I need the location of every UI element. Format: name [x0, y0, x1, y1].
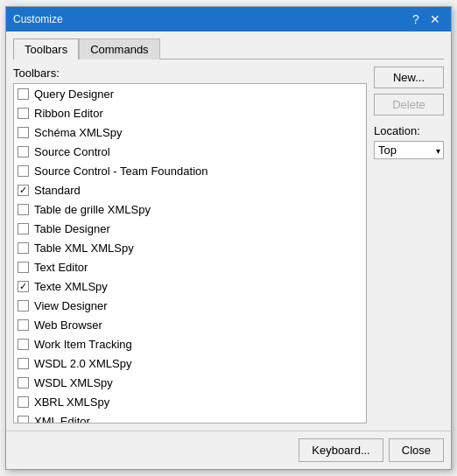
toolbar-item-label: Work Item Tracking: [34, 338, 132, 351]
list-item[interactable]: Table de grille XMLSpy: [14, 200, 366, 219]
toolbar-checkbox[interactable]: [18, 262, 29, 273]
location-select[interactable]: TopBottomLeftRightFloating: [374, 141, 444, 159]
title-bar-controls: ? ✕: [407, 10, 444, 28]
toolbar-item-label: Source Control: [34, 145, 110, 158]
toolbar-checkbox[interactable]: [18, 108, 29, 119]
toolbar-item-label: WSDL XMLSpy: [34, 376, 113, 389]
toolbar-checkbox[interactable]: [18, 377, 29, 388]
list-item[interactable]: Source Control - Team Foundation: [14, 161, 366, 180]
title-bar: Customize ? ✕: [6, 7, 451, 32]
toolbar-item-label: XML Editor: [34, 415, 90, 424]
list-item[interactable]: Web Browser: [14, 315, 366, 334]
toolbar-checkbox[interactable]: [18, 358, 29, 369]
list-item[interactable]: Table Designer: [14, 219, 366, 238]
list-item[interactable]: XBRL XMLSpy: [14, 392, 366, 411]
tabs: Toolbars Commands: [13, 38, 444, 60]
toolbar-checkbox[interactable]: [18, 396, 29, 408]
toolbar-item-label: Standard: [34, 184, 81, 197]
toolbar-checkbox[interactable]: [18, 300, 29, 312]
toolbar-checkbox[interactable]: [18, 204, 29, 215]
toolbar-checkbox[interactable]: [18, 339, 29, 350]
toolbar-checkbox[interactable]: [18, 127, 29, 138]
toolbar-checkbox[interactable]: [18, 281, 29, 292]
list-item[interactable]: WSDL 2.0 XMLSpy: [14, 354, 366, 373]
toolbar-item-label: Table Designer: [34, 222, 110, 235]
list-item[interactable]: Work Item Tracking: [14, 334, 366, 354]
toolbar-item-label: Source Control - Team Foundation: [34, 164, 207, 178]
toolbar-item-label: View Designer: [34, 299, 108, 312]
toolbar-checkbox[interactable]: [18, 165, 29, 177]
delete-button[interactable]: Delete: [374, 94, 444, 116]
toolbar-checkbox[interactable]: [18, 146, 29, 158]
location-select-wrapper: TopBottomLeftRightFloating: [374, 141, 444, 159]
list-item[interactable]: View Designer: [14, 296, 366, 315]
toolbar-list[interactable]: Query DesignerRibbon EditorSchéma XMLSpy…: [13, 83, 367, 424]
list-item[interactable]: Ribbon Editor: [14, 103, 366, 122]
dialog-body: Toolbars Commands Toolbars: Query Design…: [6, 32, 451, 430]
toolbar-item-label: Table XML XMLSpy: [34, 242, 134, 255]
list-item[interactable]: Schéma XMLSpy: [14, 122, 366, 142]
toolbar-item-label: Texte XMLSpy: [34, 280, 108, 293]
list-item[interactable]: Source Control: [14, 142, 366, 161]
toolbar-checkbox[interactable]: [18, 88, 29, 100]
new-button[interactable]: New...: [374, 66, 444, 88]
toolbar-checkbox[interactable]: [18, 319, 29, 331]
list-item[interactable]: Query Designer: [14, 84, 366, 103]
toolbar-item-label: Ribbon Editor: [34, 107, 103, 120]
toolbars-label: Toolbars:: [13, 66, 367, 80]
help-button[interactable]: ?: [407, 10, 425, 28]
list-item[interactable]: Standard: [14, 180, 366, 200]
right-panel: New... Delete Location: TopBottomLeftRig…: [374, 66, 444, 424]
content-area: Toolbars: Query DesignerRibbon EditorSch…: [13, 66, 444, 424]
list-item[interactable]: Text Editor: [14, 257, 366, 276]
toolbar-checkbox[interactable]: [18, 242, 29, 254]
bottom-bar: Keyboard... Close: [6, 430, 451, 469]
dialog-title: Customize: [13, 13, 63, 25]
toolbar-checkbox[interactable]: [18, 416, 29, 424]
toolbar-item-label: Table de grille XMLSpy: [34, 203, 151, 216]
list-item[interactable]: WSDL XMLSpy: [14, 373, 366, 392]
keyboard-button[interactable]: Keyboard...: [299, 438, 383, 462]
tab-toolbars[interactable]: Toolbars: [13, 38, 79, 60]
close-title-button[interactable]: ✕: [426, 10, 444, 28]
toolbar-checkbox[interactable]: [18, 185, 29, 196]
list-item[interactable]: Texte XMLSpy: [14, 276, 366, 296]
location-label: Location:: [374, 124, 444, 137]
toolbar-item-label: Text Editor: [34, 261, 88, 274]
toolbar-item-label: Web Browser: [34, 318, 102, 332]
left-panel: Toolbars: Query DesignerRibbon EditorSch…: [13, 66, 367, 424]
toolbar-item-label: Query Designer: [34, 88, 114, 101]
list-item[interactable]: XML Editor: [14, 411, 366, 424]
toolbar-item-label: WSDL 2.0 XMLSpy: [34, 357, 132, 370]
list-item[interactable]: Table XML XMLSpy: [14, 238, 366, 257]
location-section: Location: TopBottomLeftRightFloating: [374, 124, 444, 159]
tab-commands[interactable]: Commands: [79, 38, 159, 60]
toolbar-checkbox[interactable]: [18, 223, 29, 234]
customize-dialog: Customize ? ✕ Toolbars Commands Toolbars…: [5, 6, 452, 470]
toolbar-item-label: Schéma XMLSpy: [34, 126, 122, 139]
close-button[interactable]: Close: [389, 438, 444, 462]
toolbar-item-label: XBRL XMLSpy: [34, 396, 109, 409]
